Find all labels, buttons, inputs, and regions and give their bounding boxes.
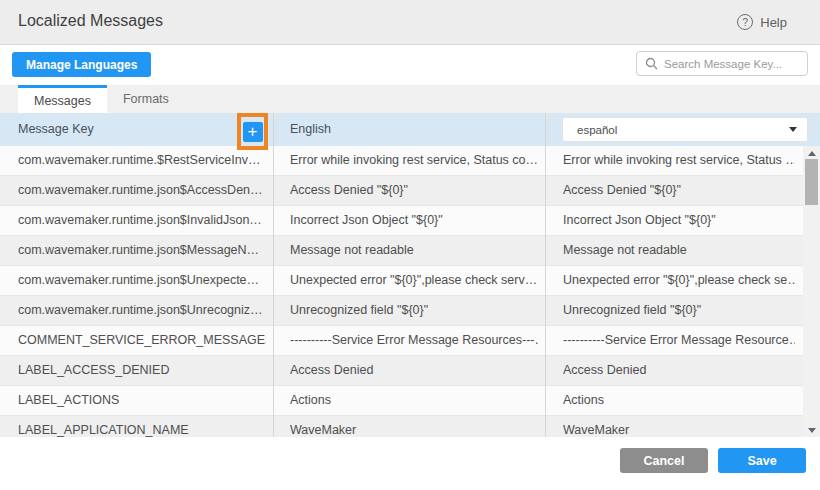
message-key-cell[interactable]: LABEL_ACCESS_DENIED [18, 356, 266, 385]
table-body: com.wavemaker.runtime.$RestServiceInv… E… [0, 146, 803, 437]
spanish-cell[interactable]: Message not readable [563, 236, 795, 265]
english-cell[interactable]: Actions [290, 386, 538, 415]
english-cell[interactable]: Error while invoking rest service, Statu… [290, 146, 538, 175]
spanish-cell[interactable]: Access Denied "${0}" [563, 176, 795, 205]
english-cell[interactable]: Access Denied [290, 356, 538, 385]
spanish-cell[interactable]: ----------Service Error Message Resource… [563, 326, 795, 355]
plus-icon: + [248, 123, 258, 141]
message-key-cell[interactable]: com.wavemaker.runtime.json$MessageN… [18, 236, 266, 265]
spanish-cell[interactable]: Incorrect Json Object "${0}" [563, 206, 795, 235]
english-cell[interactable]: WaveMaker [290, 416, 538, 437]
page-title: Localized Messages [18, 12, 163, 30]
message-key-cell[interactable]: com.wavemaker.runtime.json$Unrecogniz… [18, 296, 266, 325]
table-row: com.wavemaker.runtime.json$AccessDen… Ac… [0, 176, 803, 206]
spanish-cell[interactable]: Access Denied [563, 356, 795, 385]
help-label: Help [760, 15, 787, 30]
highlight-box: + [237, 113, 268, 150]
spanish-cell[interactable]: WaveMaker [563, 416, 795, 437]
message-key-cell[interactable]: com.wavemaker.runtime.json$InvalidJson… [18, 206, 266, 235]
message-key-cell[interactable]: com.wavemaker.runtime.json$Unexpecte… [18, 266, 266, 295]
english-cell[interactable]: Incorrect Json Object "${0}" [290, 206, 538, 235]
tab-formats[interactable]: Formats [107, 85, 185, 113]
scroll-up-button[interactable] [803, 147, 820, 159]
dialog-title-bar: Localized Messages ? Help [0, 0, 820, 45]
arrow-up-icon [808, 151, 816, 156]
table-row: com.wavemaker.runtime.json$MessageN… Mes… [0, 236, 803, 266]
search-icon [645, 57, 658, 70]
english-cell[interactable]: Message not readable [290, 236, 538, 265]
tab-strip: Messages Formats [0, 85, 820, 113]
column-header-message-key: Message Key [18, 122, 94, 136]
language-dropdown[interactable]: español [562, 117, 808, 142]
toolbar: Manage Languages [0, 45, 820, 85]
language-dropdown-value: español [577, 124, 789, 136]
save-button[interactable]: Save [718, 448, 806, 473]
table-row: com.wavemaker.runtime.$RestServiceInv… E… [0, 146, 803, 176]
scroll-down-button[interactable] [803, 424, 820, 436]
message-key-cell[interactable]: LABEL_ACTIONS [18, 386, 266, 415]
table-row: LABEL_ACCESS_DENIED Access Denied Access… [0, 356, 803, 386]
message-key-cell[interactable]: com.wavemaker.runtime.json$AccessDen… [18, 176, 266, 205]
english-cell[interactable]: ----------Service Error Message Resource… [290, 326, 538, 355]
arrow-down-icon [808, 428, 816, 433]
spanish-cell[interactable]: Actions [563, 386, 795, 415]
caret-down-icon [789, 127, 797, 132]
english-cell[interactable]: Unexpected error "${0}",please check ser… [290, 266, 538, 295]
message-key-cell[interactable]: COMMENT_SERVICE_ERROR_MESSAGES [18, 326, 266, 355]
message-key-cell[interactable]: com.wavemaker.runtime.$RestServiceInv… [18, 146, 266, 175]
cancel-button[interactable]: Cancel [620, 448, 708, 473]
table-row: com.wavemaker.runtime.json$Unexpecte… Un… [0, 266, 803, 296]
english-cell[interactable]: Access Denied "${0}" [290, 176, 538, 205]
table-row: LABEL_ACTIONS Actions Actions [0, 386, 803, 416]
help-button[interactable]: ? Help [737, 14, 787, 30]
spanish-cell[interactable]: Unrecognized field "${0}" [563, 296, 795, 325]
message-key-cell[interactable]: LABEL_APPLICATION_NAME [18, 416, 266, 437]
column-header-english: English [290, 122, 331, 136]
column-divider [273, 113, 274, 437]
manage-languages-button[interactable]: Manage Languages [12, 52, 151, 77]
table-row: LABEL_APPLICATION_NAME WaveMaker WaveMak… [0, 416, 803, 437]
table-row: com.wavemaker.runtime.json$Unrecogniz… U… [0, 296, 803, 326]
search-box[interactable] [636, 51, 808, 76]
spanish-cell[interactable]: Unexpected error "${0}",please check se… [563, 266, 795, 295]
dialog-footer: Cancel Save [0, 437, 820, 490]
add-message-key-button[interactable]: + [243, 122, 263, 142]
tab-messages[interactable]: Messages [18, 85, 107, 113]
help-icon: ? [737, 14, 753, 30]
column-divider [545, 113, 546, 437]
scrollbar-thumb[interactable] [805, 159, 818, 205]
vertical-scrollbar[interactable] [803, 146, 820, 437]
spanish-cell[interactable]: Error while invoking rest service, Statu… [563, 146, 795, 175]
search-input[interactable] [664, 58, 799, 70]
english-cell[interactable]: Unrecognized field "${0}" [290, 296, 538, 325]
table-row: com.wavemaker.runtime.json$InvalidJson… … [0, 206, 803, 236]
table-row: COMMENT_SERVICE_ERROR_MESSAGES ---------… [0, 326, 803, 356]
